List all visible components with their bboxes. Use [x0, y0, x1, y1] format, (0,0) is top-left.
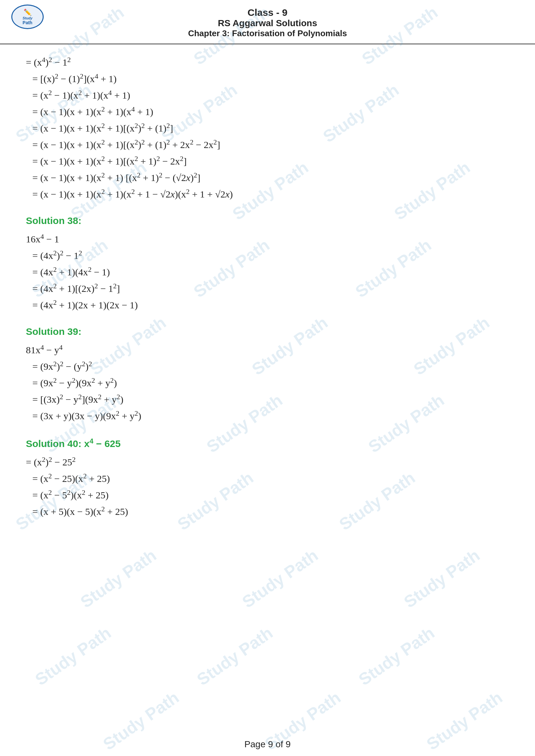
watermark: Study Path: [77, 546, 160, 612]
sol39-line-4: = [(3x)2 − y2](9x2 + y2): [26, 391, 509, 408]
cont-line-2: = [(x)2 − (1)2](x4 + 1): [26, 70, 509, 87]
logo-study-label: Study: [23, 16, 33, 20]
solution-40-inline-problem: x4 − 625: [84, 438, 121, 449]
solution-38-block: Solution 38: 16x4 − 1 = (4x2)2 − 12 = (4…: [26, 215, 509, 313]
sol39-line-5: = (3x + y)(3x − y)(9x2 + y2): [26, 408, 509, 424]
sol40-line-3: = (x2 − 52)(x2 + 25): [26, 487, 509, 503]
watermark: Study Path: [193, 623, 276, 689]
sol39-line-1: 81x4 − y4: [26, 342, 509, 358]
cont-line-9: = (x − 1)(x + 1)(x2 + 1)(x2 + 1 − √2x)(x…: [26, 186, 509, 202]
page-header: ✏️ Study Path Class - 9 RS Aggarwal Solu…: [0, 0, 535, 44]
sol40-line-2: = (x2 − 25)(x2 + 25): [26, 470, 509, 487]
header-solutions-title: RS Aggarwal Solutions: [188, 18, 347, 28]
sol39-line-2: = (9x2)2 − (y2)2: [26, 358, 509, 375]
main-content: = (x4)2 − 12 = [(x)2 − (1)2](x4 + 1) = (…: [0, 44, 535, 552]
watermark: Study Path: [31, 623, 115, 689]
page-number: Page 9 of 9: [244, 739, 291, 749]
header-chapter-title: Chapter 3: Factorisation of Polynomials: [188, 28, 347, 39]
solution-40-block: Solution 40: x4 − 625 = (x2)2 − 252 = (x…: [26, 437, 509, 520]
sol40-line-4: = (x + 5)(x − 5)(x2 + 25): [26, 503, 509, 520]
sol39-line-3: = (9x2 − y2)(9x2 + y2): [26, 375, 509, 391]
logo: ✏️ Study Path: [10, 4, 45, 30]
cont-line-4: = (x − 1)(x + 1)(x2 + 1)(x4 + 1): [26, 103, 509, 120]
cont-line-1: = (x4)2 − 12: [26, 54, 509, 70]
solution-39-block: Solution 39: 81x4 − y4 = (9x2)2 − (y2)2 …: [26, 326, 509, 424]
cont-line-3: = (x2 − 1)(x2 + 1)(x4 + 1): [26, 87, 509, 103]
cont-line-6: = (x − 1)(x + 1)(x2 + 1)[(x2)2 + (1)2 + …: [26, 136, 509, 153]
page-footer: Page 9 of 9: [0, 739, 535, 749]
watermark: Study Path: [355, 623, 438, 689]
solution-40-heading: Solution 40: x4 − 625: [26, 437, 509, 449]
solution-39-heading: Solution 39:: [26, 326, 509, 337]
sol38-line-1: 16x4 − 1: [26, 231, 509, 247]
page: Study Path Study Path Study Path Study P…: [0, 0, 535, 756]
logo-path-label: Path: [23, 20, 32, 25]
sol38-line-2: = (4x2)2 − 12: [26, 247, 509, 264]
watermark: Study Path: [239, 546, 322, 612]
watermark: Study Path: [400, 546, 483, 612]
sol38-line-4: = (4x2 + 1)[(2x)2 − 12]: [26, 280, 509, 297]
sol38-line-3: = (4x2 + 1)(4x2 − 1): [26, 264, 509, 280]
logo-circle: ✏️ Study Path: [11, 5, 44, 29]
header-text: Class - 9 RS Aggarwal Solutions Chapter …: [188, 7, 347, 39]
cont-line-8: = (x − 1)(x + 1)(x2 + 1) [(x2 + 1)2 − (√…: [26, 169, 509, 186]
sol38-line-5: = (4x2 + 1)(2x + 1)(2x − 1): [26, 297, 509, 313]
header-class-title: Class - 9: [188, 7, 347, 18]
cont-line-7: = (x − 1)(x + 1)(x2 + 1)[(x2 + 1)2 − 2x2…: [26, 153, 509, 169]
cont-line-5: = (x − 1)(x + 1)(x2 + 1)[(x2)2 + (1)2]: [26, 120, 509, 136]
solution-continuation: = (x4)2 − 12 = [(x)2 − (1)2](x4 + 1) = (…: [26, 54, 509, 202]
solution-38-heading: Solution 38:: [26, 215, 509, 226]
solution-40-heading-text: Solution 40:: [26, 438, 81, 449]
sol40-line-1: = (x2)2 − 252: [26, 454, 509, 470]
